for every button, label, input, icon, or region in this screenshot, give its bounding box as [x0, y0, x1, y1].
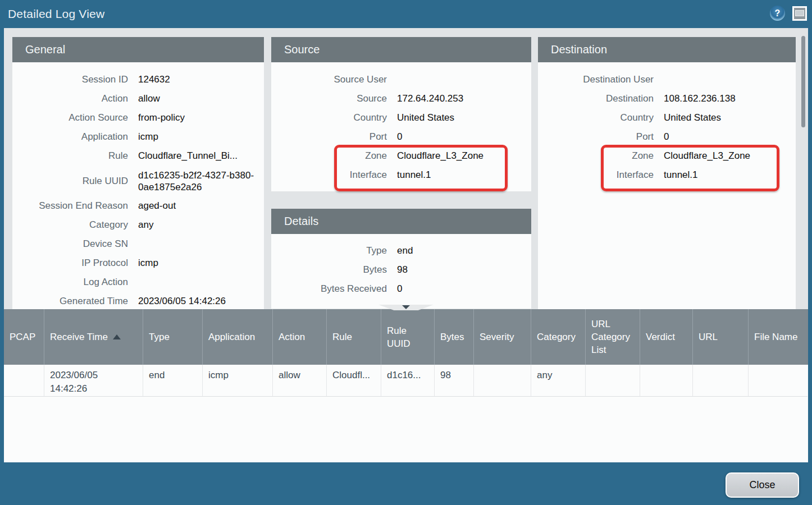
panel-general-body: Session ID124632ActionallowAction Source… [12, 62, 264, 309]
general-field-session-id: Session ID124632 [12, 70, 264, 89]
column-header-receive-time[interactable]: Receive Time [44, 309, 143, 365]
details-field-bytes-received: Bytes Received0 [271, 279, 531, 299]
cell-rule: Cloudfl... [327, 365, 381, 397]
field-label: Destination User [538, 70, 654, 89]
column-header-file-name[interactable]: File Name [749, 309, 808, 365]
field-value: icmp [138, 254, 158, 273]
maximize-icon[interactable] [792, 6, 807, 21]
cell-severity [474, 365, 531, 397]
details-field-bytes: Bytes98 [271, 260, 531, 279]
column-header-pcap[interactable]: PCAP [4, 309, 44, 365]
cell-type: end [143, 365, 203, 397]
field-value: 108.162.236.138 [664, 89, 736, 108]
column-header-label: Severity [480, 330, 514, 343]
field-label: Country [271, 108, 387, 127]
source-field-source: Source172.64.240.253 [271, 89, 531, 108]
column-header-label: File Name [754, 330, 797, 343]
column-header-label: Bytes [440, 330, 464, 343]
column-header-url-category-list[interactable]: URL Category List [586, 309, 640, 365]
cell-pcap [4, 365, 44, 397]
field-label: Session ID [12, 70, 128, 89]
column-header-action[interactable]: Action [273, 309, 327, 365]
column-header-label: Rule [332, 330, 352, 343]
maximize-inner-rect [795, 10, 804, 16]
field-value: d1c16235-b2f2-4327-b380-0ae1875e2a26 [138, 169, 259, 193]
column-header-type[interactable]: Type [143, 309, 203, 365]
source-field-interface: Interfacetunnel.1 [271, 166, 531, 185]
field-value: 0 [397, 127, 402, 146]
scrollbar-thumb[interactable] [801, 36, 805, 127]
field-label: Session End Reason [12, 196, 128, 215]
column-header-application[interactable]: Application [203, 309, 273, 365]
column-header-verdict[interactable]: Verdict [640, 309, 693, 365]
field-label: Port [271, 127, 387, 146]
field-label: Application [12, 127, 128, 146]
panel-details-title: Details [271, 209, 531, 234]
field-value: 172.64.240.253 [397, 89, 463, 108]
field-value: 2023/06/05 14:42:26 [138, 292, 226, 309]
cell-action: allow [273, 365, 327, 397]
field-label: Bytes Received [271, 279, 387, 299]
general-field-category: Categoryany [12, 215, 264, 235]
column-header-url[interactable]: URL [693, 309, 749, 365]
field-value: tunnel.1 [664, 166, 698, 185]
field-value: allow [138, 89, 160, 108]
field-value: Cloudflare_L3_Zone [664, 146, 750, 166]
destination-field-destination-user: Destination User [538, 70, 796, 89]
field-label: Rule [12, 146, 128, 166]
destination-field-zone: ZoneCloudflare_L3_Zone [538, 146, 796, 166]
log-table-row[interactable]: 2023/06/05 14:42:26endicmpallowCloudfl..… [4, 365, 808, 397]
help-icon[interactable]: ? [770, 6, 785, 21]
field-label: Interface [271, 166, 387, 185]
panel-details-body: TypeendBytes98Bytes Received0 [271, 234, 531, 309]
general-field-rule-uuid: Rule UUIDd1c16235-b2f2-4327-b380-0ae1875… [12, 166, 264, 196]
field-label: Source [271, 89, 387, 108]
cell-url [693, 365, 749, 397]
general-field-action-source: Action Sourcefrom-policy [12, 108, 264, 127]
cell-rule-uuid: d1c16... [381, 365, 435, 397]
panel-destination: Destination Destination UserDestination1… [538, 37, 796, 309]
panel-destination-title: Destination [538, 37, 796, 62]
column-header-category[interactable]: Category [531, 309, 586, 365]
column-header-bytes[interactable]: Bytes [435, 309, 474, 365]
column-header-label: Category [537, 330, 576, 343]
column-header-label: Action [279, 330, 305, 343]
vertical-scrollbar[interactable] [800, 28, 807, 309]
general-field-action: Actionallow [12, 89, 264, 108]
cell-bytes: 98 [435, 365, 474, 397]
field-value: 0 [664, 127, 669, 146]
cell-url-category-list [586, 365, 640, 397]
destination-field-interface: Interfacetunnel.1 [538, 166, 796, 185]
cell-category: any [531, 365, 586, 397]
field-label: IP Protocol [12, 254, 128, 273]
column-header-label: Receive Time [50, 330, 108, 343]
field-label: Zone [271, 146, 387, 166]
field-label: Interface [538, 166, 654, 185]
panels-area: General Session ID124632ActionallowActio… [4, 28, 808, 309]
details-field-type: Typeend [271, 241, 531, 260]
cell-application: icmp [203, 365, 273, 397]
dialog-title: Detailed Log View [8, 7, 104, 21]
field-value: aged-out [138, 196, 176, 215]
dialog-titlebar: Detailed Log View ? [0, 0, 812, 28]
column-header-label: PCAP [10, 330, 35, 343]
log-table-header: PCAPReceive TimeTypeApplicationActionRul… [4, 309, 808, 365]
field-label: Type [271, 241, 387, 260]
column-header-severity[interactable]: Severity [474, 309, 531, 365]
panel-general: General Session ID124632ActionallowActio… [12, 37, 264, 309]
field-label: Bytes [271, 260, 387, 279]
field-value: any [138, 215, 153, 235]
column-header-rule-uuid[interactable]: Rule UUID [381, 309, 435, 365]
field-value: tunnel.1 [397, 166, 431, 185]
titlebar-icons: ? [770, 6, 807, 21]
general-field-application: Applicationicmp [12, 127, 264, 146]
close-button[interactable]: Close [726, 472, 799, 498]
column-header-label: URL Category List [591, 318, 634, 356]
question-mark-glyph: ? [775, 8, 781, 19]
field-value: Cloudflare_L3_Zone [397, 146, 483, 166]
field-value: end [397, 241, 413, 260]
field-label: Port [538, 127, 654, 146]
cell-verdict [640, 365, 693, 397]
general-field-generated-time: Generated Time2023/06/05 14:42:26 [12, 292, 264, 309]
column-header-rule[interactable]: Rule [327, 309, 381, 365]
